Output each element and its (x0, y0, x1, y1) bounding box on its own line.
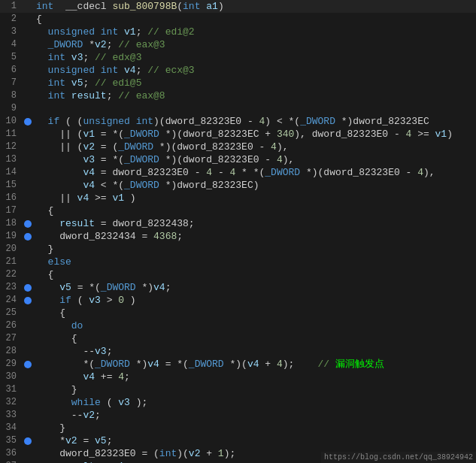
code-line: 12 || (v2 = (_DWORD *)(dword_82323E0 - 4… (0, 141, 476, 153)
breakpoint-gutter[interactable] (23, 361, 33, 368)
code-line: 30 v4 += 4; (0, 371, 476, 383)
breakpoint-dot (24, 233, 32, 241)
code-line: 15 v4 < *(_DWORD *)dword_82323EC) (0, 179, 476, 192)
line-number: 21 (0, 256, 23, 268)
code-line: 1int __cdecl sub_800798B(int a1) (0, 0, 476, 13)
code-line: 9 (0, 102, 476, 115)
code-content: || (v2 = (_DWORD *)(dword_82323E0 - 4), (33, 141, 476, 153)
code-content: v4 = dword_82323E0 - 4 - 4 * *(_DWORD *)… (33, 166, 476, 179)
code-line: 18 result = dword_8232438; (0, 217, 476, 230)
code-line: 21 else (0, 256, 476, 268)
code-content: unsigned int v4; // ecx@3 (33, 64, 476, 77)
code-line: 10 if ( (unsigned int)(dword_82323E0 - 4… (0, 115, 476, 128)
line-number: 12 (0, 141, 23, 153)
code-content: if ( (unsigned int)(dword_82323E0 - 4) <… (33, 115, 476, 128)
code-content: v4 += 4; (33, 371, 476, 383)
code-content: int result; // eax@8 (33, 89, 476, 102)
code-line: 6 unsigned int v4; // ecx@3 (0, 64, 476, 77)
code-line: 35 *v2 = v5; (0, 434, 476, 447)
code-content: { (33, 13, 476, 26)
code-line: 22 { (0, 268, 476, 281)
line-number: 34 (0, 422, 23, 434)
breakpoint-gutter[interactable] (23, 297, 33, 304)
line-number: 26 (0, 319, 23, 332)
code-line: 7 int v5; // edi@5 (0, 77, 476, 89)
code-line: 4 _DWORD *v2; // eax@3 (0, 38, 476, 51)
line-number: 37 (0, 460, 23, 463)
code-content: dword_8232434 = 4368; (33, 230, 476, 243)
code-line: 32 while ( v3 ); (0, 396, 476, 409)
line-number: 5 (0, 51, 23, 64)
line-number: 27 (0, 332, 23, 345)
code-content: { (33, 268, 476, 281)
code-line: 33 --v2; (0, 409, 476, 422)
code-editor: 1int __cdecl sub_800798B(int a1)2{3 unsi… (0, 0, 476, 463)
line-number: 7 (0, 77, 23, 89)
line-number: 18 (0, 217, 23, 230)
code-line: 5 int v3; // edx@3 (0, 51, 476, 64)
line-number: 17 (0, 204, 23, 217)
line-number: 35 (0, 434, 23, 447)
code-content: int v5; // edi@5 (33, 77, 476, 89)
line-number: 19 (0, 230, 23, 243)
code-line: 8 int result; // eax@8 (0, 89, 476, 102)
line-number: 28 (0, 345, 23, 358)
code-content: v3 = *(_DWORD *)(dword_82323E0 - 4), (33, 153, 476, 166)
code-content: while ( v3 ); (33, 396, 476, 409)
code-content: } (33, 243, 476, 256)
code-line: 34 } (0, 422, 476, 434)
breakpoint-dot (24, 437, 32, 445)
line-number: 25 (0, 307, 23, 319)
line-number: 4 (0, 38, 23, 51)
line-number: 23 (0, 281, 23, 294)
code-content: if ( v3 > 0 ) (33, 294, 476, 307)
line-number: 3 (0, 26, 23, 38)
breakpoint-dot (24, 284, 32, 292)
breakpoint-dot (24, 118, 32, 126)
line-number: 11 (0, 128, 23, 141)
code-content: v4 < *(_DWORD *)dword_82323EC) (33, 179, 476, 192)
line-number: 33 (0, 409, 23, 422)
breakpoint-gutter[interactable] (23, 284, 33, 292)
line-number: 13 (0, 153, 23, 166)
breakpoint-dot (24, 361, 32, 368)
code-content: --v3; (33, 345, 476, 358)
code-content: { (33, 204, 476, 217)
code-line: 20 } (0, 243, 476, 256)
code-content: { (33, 332, 476, 345)
code-line: 24 if ( v3 > 0 ) (0, 294, 476, 307)
line-number: 32 (0, 396, 23, 409)
code-line: 16 || v4 >= v1 ) (0, 192, 476, 204)
code-line: 31 } (0, 383, 476, 396)
code-line: 13 v3 = *(_DWORD *)(dword_82323E0 - 4), (0, 153, 476, 166)
line-number: 1 (0, 0, 23, 13)
breakpoint-dot (24, 220, 32, 228)
code-line: 23 v5 = *(_DWORD *)v4; (0, 281, 476, 294)
line-number: 9 (0, 102, 23, 115)
line-number: 14 (0, 166, 23, 179)
line-number: 10 (0, 115, 23, 128)
code-line: 29 *(_DWORD *)v4 = *(_DWORD *)(v4 + 4); … (0, 358, 476, 371)
line-number: 15 (0, 179, 23, 192)
breakpoint-gutter[interactable] (23, 437, 33, 445)
code-line: 28 --v3; (0, 345, 476, 358)
line-number: 24 (0, 294, 23, 307)
code-line: 26 do (0, 319, 476, 332)
line-number: 8 (0, 89, 23, 102)
code-content: *(_DWORD *)v4 = *(_DWORD *)(v4 + 4); // … (33, 358, 476, 371)
code-line: 3 unsigned int v1; // edi@2 (0, 26, 476, 38)
code-content: } (33, 383, 476, 396)
line-number: 6 (0, 64, 23, 77)
line-number: 30 (0, 371, 23, 383)
code-content: v5 = *(_DWORD *)v4; (33, 281, 476, 294)
code-content: do (33, 319, 476, 332)
line-number: 36 (0, 447, 23, 460)
breakpoint-gutter[interactable] (23, 118, 33, 126)
line-number: 22 (0, 268, 23, 281)
code-line: 17 { (0, 204, 476, 217)
breakpoint-gutter[interactable] (23, 233, 33, 241)
code-line: 25 { (0, 307, 476, 319)
breakpoint-gutter[interactable] (23, 220, 33, 228)
code-line: 14 v4 = dword_82323E0 - 4 - 4 * *(_DWORD… (0, 166, 476, 179)
code-content: unsigned int v1; // edi@2 (33, 26, 476, 38)
